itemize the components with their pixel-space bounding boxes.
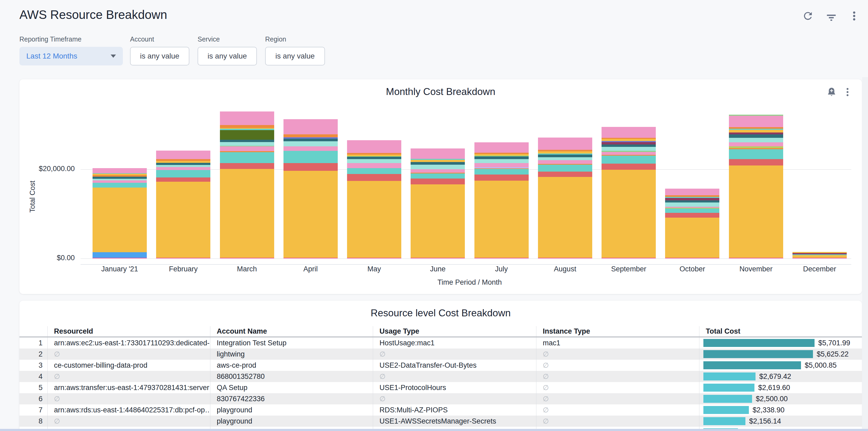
instance-type-cell[interactable]: mac1 (536, 337, 700, 348)
bar-segment-pink[interactable] (283, 119, 338, 134)
bar-segment-pink[interactable] (474, 142, 529, 153)
bar-segment-darkteal[interactable] (538, 155, 592, 157)
table-row[interactable]: 7arn:aws:rds:us-east-1:448640225317:db:p… (20, 404, 862, 415)
bar-segment-magenta[interactable] (601, 258, 656, 258)
bar-segment-red[interactable] (601, 164, 656, 170)
bar-segment-yellow[interactable] (93, 188, 147, 252)
bar-segment-pink[interactable] (601, 127, 656, 138)
column-header-ResourceId[interactable]: ResourceId (48, 326, 210, 337)
account-name-cell[interactable]: 830767422336 (210, 393, 373, 404)
region-filter-button[interactable]: is any value (265, 47, 325, 65)
resource-id-cell[interactable]: ce-customer-billing-data-prod (48, 360, 210, 371)
bar-segment-red[interactable] (220, 163, 274, 169)
table-row[interactable]: 2∅lightwing∅∅$5,625.22 (20, 348, 862, 360)
usage-type-cell[interactable]: ∅ (373, 393, 536, 404)
bar-segment-lightteal[interactable] (665, 203, 719, 207)
bar-segment-lightteal[interactable] (729, 138, 783, 142)
account-name-cell[interactable]: 868001352780 (210, 371, 373, 382)
bar-segment-darkteal[interactable] (156, 163, 210, 165)
usage-type-cell[interactable]: ∅ (373, 348, 536, 360)
bar-segment-yellow[interactable] (601, 170, 656, 258)
total-cost-cell[interactable]: $2,156.14 (700, 415, 862, 427)
stacked-bar-July[interactable] (474, 142, 529, 258)
bar-segment-lightteal[interactable] (538, 157, 592, 160)
bar-segment-pink[interactable] (538, 160, 592, 164)
bar-segment-yellow[interactable] (156, 161, 210, 163)
instance-type-cell[interactable]: ∅ (536, 393, 700, 404)
bar-segment-magenta[interactable] (793, 258, 847, 258)
bar-segment-lightteal[interactable] (411, 165, 465, 169)
bar-segment-red[interactable] (474, 175, 529, 181)
account-name-cell[interactable]: QA Setup (210, 382, 373, 393)
timeframe-dropdown[interactable]: Last 12 Months (20, 47, 123, 65)
bar-segment-darkteal[interactable] (474, 156, 529, 159)
bar-segment-yellow[interactable] (156, 182, 210, 258)
stacked-bar-November[interactable] (729, 115, 783, 258)
bar-segment-magenta[interactable] (665, 258, 719, 258)
bar-segment-red[interactable] (156, 178, 210, 182)
cost-bar[interactable] (703, 372, 755, 380)
bar-segment-teal[interactable] (538, 165, 592, 172)
bar-segment-pink[interactable] (93, 168, 147, 173)
bar-segment-teal[interactable] (601, 156, 656, 164)
bar-segment-orange[interactable] (283, 134, 338, 137)
total-cost-cell[interactable]: $2,500.00 (700, 393, 862, 404)
column-header-Account Name[interactable]: Account Name (210, 326, 373, 337)
bar-segment-yellow[interactable] (347, 181, 401, 257)
bar-segment-magenta[interactable] (156, 258, 210, 258)
vertical-scrollbar-track[interactable] (862, 77, 868, 431)
bar-segment-teal[interactable] (93, 183, 147, 188)
bar-segment-darkteal[interactable] (93, 177, 147, 179)
refresh-icon[interactable] (802, 10, 814, 22)
bar-segment-teal[interactable] (411, 174, 465, 179)
cost-bar[interactable] (703, 350, 813, 358)
bar-segment-pink[interactable] (665, 189, 719, 195)
stacked-bar-March[interactable] (220, 112, 274, 258)
column-header-Total Cost[interactable]: Total Cost (700, 326, 862, 337)
bar-segment-lightteal[interactable] (474, 159, 529, 163)
stacked-bar-June[interactable] (411, 149, 465, 258)
bar-segment-pink[interactable] (729, 142, 783, 147)
table-row[interactable]: 1arn:aws:ec2:us-east-1:733017110293:dedi… (20, 337, 862, 348)
resource-id-cell[interactable]: ∅ (48, 371, 210, 382)
bar-segment-yellow[interactable] (220, 169, 274, 257)
bar-segment-pink[interactable] (347, 163, 401, 168)
bar-segment-red[interactable] (729, 159, 783, 165)
account-name-cell[interactable]: playground (210, 404, 373, 415)
bar-segment-lightteal[interactable] (601, 147, 656, 151)
column-header-Usage Type[interactable]: Usage Type (373, 326, 536, 337)
bar-segment-teal[interactable] (156, 170, 210, 178)
bar-segment-yellow[interactable] (729, 165, 783, 258)
bar-segment-lightteal[interactable] (220, 142, 274, 146)
usage-type-cell[interactable]: USE1-AWSSecretsManager-Secrets (373, 415, 536, 427)
bar-segment-yellow[interactable] (793, 255, 847, 258)
stacked-bar-October[interactable] (665, 189, 719, 258)
account-name-cell[interactable]: aws-ce-prod (210, 360, 373, 371)
stacked-bar-January '21[interactable] (93, 168, 147, 258)
bar-segment-magenta[interactable] (729, 258, 783, 258)
bar-segment-lightteal[interactable] (156, 165, 210, 167)
bar-segment-magenta[interactable] (538, 258, 592, 258)
cost-bar[interactable] (703, 361, 801, 369)
bar-segment-pink[interactable] (474, 163, 529, 167)
bar-segment-olive[interactable] (220, 130, 274, 140)
bar-segment-blue[interactable] (93, 252, 147, 257)
total-cost-cell[interactable]: $2,619.60 (700, 382, 862, 393)
bar-segment-red[interactable] (411, 179, 465, 184)
bar-segment-teal[interactable] (220, 152, 274, 163)
bar-segment-teal[interactable] (283, 151, 338, 163)
bar-segment-pink[interactable] (93, 180, 147, 183)
bar-segment-pink[interactable] (347, 140, 401, 153)
instance-type-cell[interactable]: ∅ (536, 404, 700, 415)
resource-id-cell[interactable]: ∅ (48, 393, 210, 404)
bar-segment-pink[interactable] (283, 146, 338, 151)
bar-segment-yellow[interactable] (538, 177, 592, 257)
bar-segment-darkteal[interactable] (601, 145, 656, 147)
bar-segment-pink[interactable] (601, 152, 656, 155)
bar-segment-red[interactable] (347, 174, 401, 181)
stacked-bar-August[interactable] (538, 137, 592, 258)
table-row[interactable]: 5arn:aws:transfer:us-east-1:479370281431… (20, 382, 862, 393)
bar-segment-magenta[interactable] (93, 258, 147, 258)
bar-segment-lightteal[interactable] (283, 141, 338, 146)
total-cost-cell[interactable]: $5,625.22 (700, 348, 862, 360)
